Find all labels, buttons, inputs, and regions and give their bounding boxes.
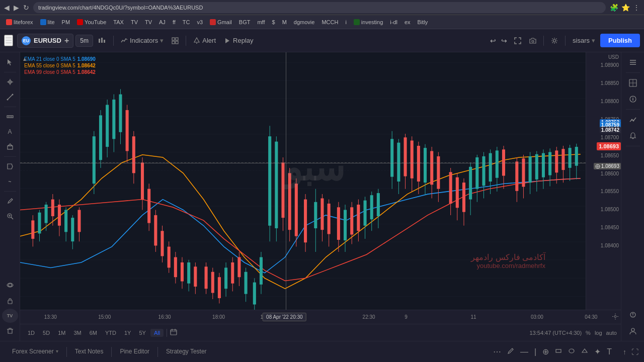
watchlist-panel-button[interactable]	[624, 55, 641, 69]
tab-forex-screener[interactable]: Forex Screener ▾	[4, 341, 66, 362]
tf-all[interactable]: All	[150, 329, 164, 337]
bookmark-dgmovie[interactable]: dgmovie	[291, 18, 318, 26]
lock-tool[interactable]	[2, 294, 18, 308]
bookmark-idl[interactable]: i-dl	[387, 18, 400, 26]
redo-button[interactable]: ↪	[499, 35, 509, 47]
auto-label[interactable]: auto	[606, 330, 617, 336]
text-tool[interactable]: A	[2, 125, 18, 139]
drawing-tool-more[interactable]: ⋯	[492, 345, 503, 358]
drawing-tool-triangle[interactable]	[580, 346, 590, 358]
bookmark-tv1[interactable]: TV	[128, 18, 141, 26]
drawing-tool-cross[interactable]: ⊕	[541, 345, 550, 358]
tv-logo-tool[interactable]: TV	[2, 309, 18, 323]
publish-button[interactable]: Publish	[600, 34, 640, 47]
undo-button[interactable]: ↩	[488, 35, 498, 47]
bookmark-mcch[interactable]: MCCH	[318, 18, 341, 26]
user-menu[interactable]: sisars ▾	[570, 35, 598, 46]
replay-button[interactable]: Replay	[221, 35, 256, 46]
drawing-tool-pencil[interactable]	[506, 346, 516, 358]
add-symbol-icon[interactable]: +	[64, 36, 69, 45]
bookmark-pm[interactable]: PM	[59, 18, 73, 26]
crosshair-tool[interactable]	[2, 75, 18, 89]
templates-button[interactable]	[169, 35, 182, 46]
screener-dropdown-icon[interactable]: ▾	[56, 348, 58, 354]
panel-expand-button[interactable]: ↑	[621, 346, 628, 357]
measure-tool[interactable]	[2, 110, 18, 124]
tab-strategy-tester[interactable]: Strategy Tester	[158, 341, 214, 362]
bookmark-investing[interactable]: investing	[351, 18, 386, 26]
tf-1y[interactable]: 1Y	[121, 329, 134, 337]
calendar-icon[interactable]	[170, 328, 177, 337]
tf-1d[interactable]: 1D	[24, 329, 38, 337]
trading-panel-button[interactable]	[624, 113, 641, 127]
bookmark-tv2[interactable]: TV	[142, 18, 155, 26]
bookmark-tax[interactable]: TAX	[110, 18, 127, 26]
bookmark-dollar[interactable]: $	[269, 18, 278, 26]
indicators-button[interactable]: Indicators ▾	[118, 35, 167, 46]
chart-canvas[interactable]: سبو	[20, 52, 586, 310]
log-label[interactable]: log	[595, 330, 602, 336]
bookmark-liteforex[interactable]: liteforex	[3, 18, 36, 26]
pct-label[interactable]: %	[586, 330, 591, 336]
watchlist-tool[interactable]	[2, 279, 18, 293]
bookmark-gmail[interactable]: Gmail	[207, 18, 235, 26]
trash-tool[interactable]	[2, 324, 18, 338]
zoom-tool[interactable]	[2, 209, 18, 223]
drawing-tool-star[interactable]: ✦	[593, 345, 602, 358]
community-button[interactable]	[624, 324, 641, 338]
shapes-tool[interactable]	[2, 140, 18, 154]
bookmark-ff[interactable]: ff	[170, 18, 179, 26]
bookmark-lite[interactable]: lite	[37, 18, 58, 26]
fib-tool[interactable]: ~	[2, 174, 18, 189]
drawing-tool-vline[interactable]: |	[533, 346, 538, 358]
tf-1m[interactable]: 1M	[54, 329, 69, 337]
trend-line-tool[interactable]	[2, 90, 18, 104]
snapshot-button[interactable]	[526, 35, 539, 46]
drawing-tool-circle[interactable]	[567, 346, 577, 358]
back-button[interactable]: ◀	[4, 4, 10, 12]
symbol-selector[interactable]: EU EURUSD +	[17, 34, 73, 48]
refresh-button[interactable]: ↻	[23, 4, 29, 12]
annotation-tool[interactable]	[2, 159, 18, 173]
tf-5y[interactable]: 5Y	[135, 329, 149, 337]
bookmark-bgt[interactable]: BGT	[236, 18, 254, 26]
settings-button[interactable]	[548, 35, 561, 46]
tf-ytd[interactable]: YTD	[102, 329, 120, 337]
bookmark-icon[interactable]: ⭐	[621, 4, 630, 12]
time-settings-icon[interactable]	[612, 313, 619, 321]
browser-menu-icon[interactable]: ⋮	[633, 4, 640, 12]
drawing-tool-text[interactable]: T	[605, 346, 613, 358]
tf-5d[interactable]: 5D	[39, 329, 53, 337]
extensions-icon[interactable]: 🧩	[610, 4, 618, 12]
drawing-tool-hline[interactable]: —	[519, 346, 530, 358]
symbol-info-button[interactable]	[624, 92, 641, 106]
chart-layout-button[interactable]	[624, 76, 641, 90]
menu-button[interactable]: ☰	[4, 35, 13, 46]
collapse-indicator-button[interactable]: ▲	[22, 56, 27, 62]
drawing-tool-rect[interactable]	[553, 346, 564, 358]
timeframe-selector[interactable]: 5m	[75, 35, 93, 47]
forward-button[interactable]: ▶	[14, 4, 19, 12]
panel-fullscreen-button[interactable]: ⛶	[630, 346, 640, 357]
bookmark-v3[interactable]: v3	[194, 18, 206, 26]
full-screen-toggle[interactable]	[511, 35, 524, 46]
bookmark-bitly[interactable]: Bitly	[415, 18, 431, 26]
url-bar[interactable]: tradingview.com/chart/4NDGQc0U/?symbol=O…	[33, 2, 606, 13]
bookmark-m[interactable]: M	[279, 18, 290, 26]
tf-6m[interactable]: 6M	[86, 329, 101, 337]
bookmark-aj[interactable]: AJ	[156, 18, 169, 26]
tf-3m[interactable]: 3M	[70, 329, 85, 337]
chart-type-button[interactable]	[95, 35, 109, 47]
bookmark-ex[interactable]: ex	[401, 18, 414, 26]
bookmark-youtube[interactable]: YouTube	[74, 18, 109, 26]
bookmark-i[interactable]: i	[342, 18, 349, 26]
bookmark-mff[interactable]: mff	[254, 18, 268, 26]
tab-text-notes[interactable]: Text Notes	[67, 341, 112, 362]
brush-tool[interactable]	[2, 194, 18, 208]
tab-pine-editor[interactable]: Pine Editor	[112, 341, 157, 362]
notifications-button[interactable]	[624, 129, 641, 143]
alert-button[interactable]: Alert	[190, 35, 219, 46]
bookmark-tc[interactable]: TC	[180, 18, 193, 26]
ideas-button[interactable]	[624, 308, 641, 322]
cursor-tool[interactable]	[2, 55, 18, 69]
